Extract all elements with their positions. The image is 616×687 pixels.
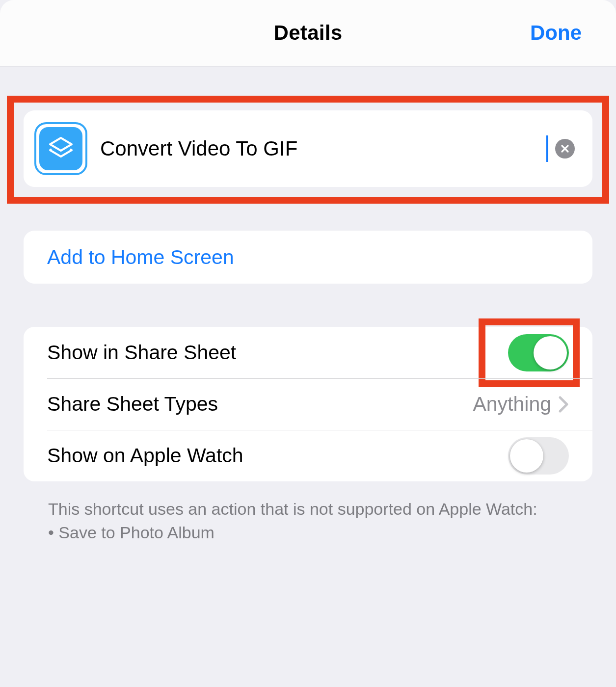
add-to-home-screen-row[interactable]: Add to Home Screen xyxy=(24,231,592,284)
page-title: Details xyxy=(274,21,343,45)
toggle-knob-icon xyxy=(534,336,567,370)
show-in-share-sheet-row: Show in Share Sheet xyxy=(24,327,592,378)
chevron-right-icon xyxy=(558,396,569,413)
show-on-apple-watch-row: Show on Apple Watch xyxy=(24,430,592,481)
footnote-line: This shortcut uses an action that is not… xyxy=(48,497,568,521)
settings-group: Show in Share Sheet Share Sheet Types An… xyxy=(24,327,592,481)
text-caret xyxy=(546,135,548,162)
row-label: Show in Share Sheet xyxy=(47,341,508,364)
footnote: This shortcut uses an action that is not… xyxy=(24,497,592,544)
close-icon xyxy=(560,144,570,154)
shortcut-name-card xyxy=(24,110,592,187)
modal-header: Details Done xyxy=(0,0,616,66)
apple-watch-toggle[interactable] xyxy=(508,437,569,475)
share-sheet-types-row[interactable]: Share Sheet Types Anything xyxy=(24,378,592,430)
toggle-knob-icon xyxy=(510,439,543,473)
clear-text-button[interactable] xyxy=(555,139,575,159)
footnote-bullet: • Save to Photo Album xyxy=(48,521,568,544)
layers-icon xyxy=(47,135,75,162)
row-label: Share Sheet Types xyxy=(47,393,473,416)
shortcuts-app-icon[interactable] xyxy=(34,122,87,175)
row-label: Show on Apple Watch xyxy=(47,444,508,467)
shortcut-name-input[interactable] xyxy=(100,137,547,160)
share-sheet-toggle[interactable] xyxy=(508,334,569,371)
content-area: Add to Home Screen Show in Share Sheet S… xyxy=(0,96,616,574)
done-button[interactable]: Done xyxy=(530,0,582,66)
row-value: Anything xyxy=(473,393,551,416)
name-card-highlight xyxy=(7,96,609,204)
add-to-home-screen-label: Add to Home Screen xyxy=(47,246,234,269)
shortcuts-glyph-bg xyxy=(39,127,82,170)
